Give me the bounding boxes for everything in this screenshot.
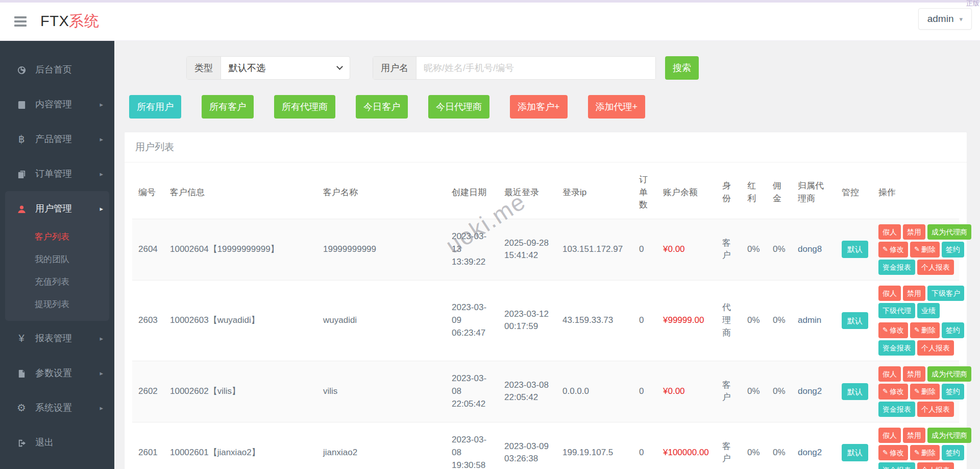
- op-button[interactable]: ✎修改: [878, 445, 908, 460]
- op-button[interactable]: 假人: [878, 366, 901, 382]
- user-icon: [15, 203, 28, 214]
- control-default-button[interactable]: 默认: [842, 444, 868, 461]
- column-header: 创建日期: [446, 167, 498, 219]
- quick-action-button[interactable]: 今日客户: [356, 95, 408, 119]
- chevron-right-icon: ▸: [100, 335, 103, 342]
- quick-action-button[interactable]: 所有代理商: [274, 95, 335, 119]
- hamburger-menu-icon[interactable]: [14, 14, 27, 29]
- op-button[interactable]: 业绩: [917, 303, 940, 318]
- op-button[interactable]: 下级客户: [927, 286, 964, 301]
- sidebar-item-dashboard[interactable]: 后台首页: [0, 52, 114, 87]
- op-button[interactable]: 成为代理商: [927, 428, 971, 443]
- cell-operations: 假人 禁用 成为代理商 ✎修改 ✎删除 签约: [872, 422, 959, 469]
- op-button[interactable]: ✎删除: [910, 384, 940, 399]
- control-default-button[interactable]: 默认: [842, 312, 868, 330]
- sidebar-item-order[interactable]: 订单管理 ▸: [0, 156, 114, 191]
- user-menu-label: admin: [927, 13, 954, 25]
- user-list-card: 用户列表 编号 客户信息 客户名称 创建日期 最近登录: [124, 132, 967, 469]
- op-button[interactable]: 个人报表: [917, 402, 954, 417]
- op-button[interactable]: 下级代理: [878, 303, 915, 318]
- sidebar-item-logout[interactable]: 退出: [0, 425, 114, 460]
- op-button[interactable]: 资金报表: [878, 340, 915, 356]
- user-menu-button[interactable]: admin ▾: [918, 8, 972, 30]
- op-button[interactable]: 禁用: [903, 224, 925, 240]
- control-default-button[interactable]: 默认: [842, 383, 868, 401]
- op-button[interactable]: 假人: [878, 428, 901, 443]
- quick-action-button[interactable]: 添加客户+: [510, 95, 568, 119]
- cell-id: 2604: [132, 219, 164, 280]
- sidebar-item-system-settings[interactable]: ⚙ 系统设置 ▸: [0, 390, 114, 425]
- sidebar-item-label: 订单管理: [35, 168, 72, 180]
- quick-actions-bar: 所有用户 所有客户 所有代理商 今日客户 今日代理商 添加客户+ 添加代理+: [129, 95, 980, 119]
- pencil-icon: ✎: [914, 245, 920, 254]
- cell-balance: ¥99999.00: [657, 280, 716, 361]
- column-header: 身份: [716, 167, 741, 219]
- sidebar-item-product[interactable]: ฿ 产品管理 ▸: [0, 122, 114, 156]
- op-button[interactable]: 个人报表: [917, 340, 954, 356]
- op-button[interactable]: ✎删除: [910, 242, 940, 257]
- op-button[interactable]: 禁用: [903, 286, 925, 301]
- op-button[interactable]: ✎修改: [878, 384, 908, 399]
- app-logo[interactable]: FTX系统: [40, 11, 99, 32]
- op-button[interactable]: ✎删除: [910, 322, 940, 338]
- chevron-right-icon: ▸: [100, 135, 103, 143]
- file-icon: [15, 367, 28, 378]
- sidebar-item-user-management[interactable]: 用户管理 ▸: [5, 191, 109, 226]
- quick-action-button[interactable]: 添加代理+: [588, 95, 646, 119]
- sidebar-subitem-recharge-list[interactable]: 充值列表: [5, 271, 109, 293]
- cell-login-ip: 0.0.0.0: [556, 361, 633, 423]
- op-button[interactable]: 资金报表: [878, 260, 915, 275]
- yen-icon: ¥: [15, 333, 28, 343]
- chevron-right-icon: ▸: [100, 404, 103, 412]
- type-select[interactable]: 默认不选: [221, 57, 350, 79]
- sidebar-subitem-withdraw-list[interactable]: 提现列表: [5, 293, 109, 316]
- cell-agent: dong2: [792, 422, 836, 469]
- sidebar-item-parameters[interactable]: 参数设置 ▸: [0, 356, 114, 390]
- op-button[interactable]: 禁用: [903, 428, 925, 443]
- op-button[interactable]: 签约: [942, 445, 964, 460]
- cell-control: 默认: [836, 280, 872, 361]
- op-button[interactable]: 资金报表: [878, 462, 915, 469]
- cell-last-login: 2023-03-12 00:17:59: [498, 280, 556, 361]
- op-button[interactable]: 签约: [942, 242, 964, 257]
- op-button[interactable]: 个人报表: [917, 260, 954, 275]
- op-button[interactable]: 假人: [878, 224, 901, 240]
- op-button[interactable]: 假人: [878, 286, 901, 301]
- column-header: 佣金: [767, 167, 792, 219]
- op-button[interactable]: ✎修改: [878, 322, 908, 338]
- control-default-button[interactable]: 默认: [842, 241, 868, 258]
- username-input[interactable]: [416, 57, 655, 79]
- op-button[interactable]: 个人报表: [917, 462, 954, 469]
- search-button[interactable]: 搜索: [665, 56, 699, 80]
- column-header: 编号: [132, 167, 164, 219]
- bitcoin-icon: ฿: [15, 134, 28, 144]
- chevron-right-icon: ▸: [100, 170, 103, 178]
- pencil-icon: ✎: [883, 245, 888, 254]
- logo-suffix: 系统: [69, 13, 99, 29]
- sidebar-item-content[interactable]: 内容管理 ▸: [0, 87, 114, 122]
- quick-action-button[interactable]: 所有客户: [202, 95, 254, 119]
- op-button[interactable]: 成为代理商: [927, 366, 971, 382]
- sidebar-subitem-customer-list[interactable]: 客户列表: [5, 226, 109, 248]
- op-button[interactable]: 禁用: [903, 366, 925, 382]
- sidebar-item-label: 系统设置: [35, 402, 72, 414]
- quick-action-button[interactable]: 今日代理商: [428, 95, 489, 119]
- table-row: 2604 10002604【19999999999】 19999999999 2…: [132, 219, 959, 280]
- cell-customer-info: 10002602【vilis】: [164, 361, 317, 423]
- type-filter-label: 类型: [187, 57, 221, 79]
- op-button[interactable]: ✎删除: [910, 445, 940, 460]
- sidebar-subitem-my-team[interactable]: 我的团队: [5, 248, 109, 271]
- quick-action-button[interactable]: 所有用户: [129, 95, 181, 119]
- cell-login-ip: 43.159.33.73: [556, 280, 633, 361]
- sidebar-item-label: 后台首页: [35, 63, 72, 76]
- cell-customer-info: 10002603【wuyadidi】: [164, 280, 317, 361]
- op-button[interactable]: 签约: [942, 384, 964, 399]
- op-button[interactable]: 成为代理商: [927, 224, 971, 240]
- username-filter-label: 用户名: [373, 57, 416, 79]
- op-button[interactable]: 签约: [942, 322, 964, 338]
- op-button[interactable]: ✎修改: [878, 242, 908, 257]
- op-button[interactable]: 资金报表: [878, 402, 915, 417]
- sidebar-item-report[interactable]: ¥ 报表管理 ▸: [0, 321, 114, 356]
- copy-files-icon: [15, 168, 28, 179]
- cell-commission: 0%: [767, 280, 792, 361]
